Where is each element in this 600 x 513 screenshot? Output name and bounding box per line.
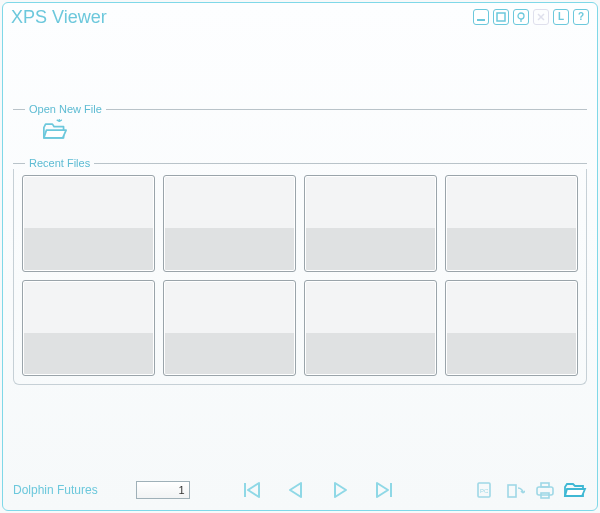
recent-files-header: Recent Files (13, 157, 587, 169)
window-title: XPS Viewer (11, 7, 107, 28)
recent-file-thumb[interactable] (163, 175, 296, 272)
recent-files-grid (13, 169, 587, 385)
prev-page-button[interactable] (282, 479, 310, 501)
titlebar: XPS Viewer L ? (3, 3, 597, 31)
layout-button[interactable]: L (553, 9, 569, 25)
brand-label: Dolphin Futures (13, 483, 98, 497)
title-controls: L ? (473, 9, 589, 25)
footer: Dolphin Futures PC (3, 470, 597, 510)
open-new-file-label: Open New File (29, 103, 102, 115)
open-file-button[interactable] (563, 479, 587, 501)
app-window: XPS Viewer L ? Op (2, 2, 598, 511)
next-page-button[interactable] (326, 479, 354, 501)
recent-file-thumb[interactable] (304, 280, 437, 377)
recent-file-thumb[interactable] (304, 175, 437, 272)
open-folder-icon (563, 480, 587, 500)
svg-point-2 (518, 13, 524, 19)
recent-file-thumb[interactable] (22, 280, 155, 377)
recent-files-section: Recent Files (13, 157, 587, 385)
recent-file-thumb[interactable] (22, 175, 155, 272)
export-icon: PC (475, 480, 495, 500)
open-new-file-section: Open New File (13, 103, 587, 151)
maximize-icon (496, 12, 506, 22)
close-icon (536, 12, 546, 22)
rotate-icon (505, 480, 525, 500)
help-button[interactable]: ? (573, 9, 589, 25)
svg-rect-10 (541, 483, 549, 487)
help-icon: ? (578, 12, 584, 22)
prev-page-icon (285, 481, 307, 499)
svg-rect-0 (477, 19, 485, 21)
layout-icon: L (558, 12, 564, 22)
first-page-button[interactable] (238, 479, 266, 501)
recent-file-thumb[interactable] (445, 175, 578, 272)
tool-group: PC (473, 479, 587, 501)
page-number-input[interactable] (136, 481, 190, 499)
rotate-button[interactable] (503, 479, 527, 501)
minimize-button[interactable] (473, 9, 489, 25)
open-new-file-header: Open New File (13, 103, 587, 115)
print-button[interactable] (533, 479, 557, 501)
recent-file-thumb[interactable] (445, 280, 578, 377)
minimize-icon (476, 12, 486, 22)
svg-rect-1 (497, 13, 505, 21)
nav-group (238, 479, 398, 501)
print-icon (534, 480, 556, 500)
pin-button[interactable] (513, 9, 529, 25)
last-page-icon (373, 481, 395, 499)
close-button (533, 9, 549, 25)
svg-text:PC: PC (480, 488, 489, 494)
recent-file-thumb[interactable] (163, 280, 296, 377)
next-page-icon (329, 481, 351, 499)
last-page-button[interactable] (370, 479, 398, 501)
maximize-button[interactable] (493, 9, 509, 25)
export-button[interactable]: PC (473, 479, 497, 501)
svg-rect-8 (508, 485, 516, 497)
pin-icon (516, 12, 526, 22)
open-folder-icon[interactable] (41, 119, 69, 143)
first-page-icon (241, 481, 263, 499)
recent-files-label: Recent Files (29, 157, 90, 169)
content-area: Open New File Recent Files (13, 103, 587, 448)
